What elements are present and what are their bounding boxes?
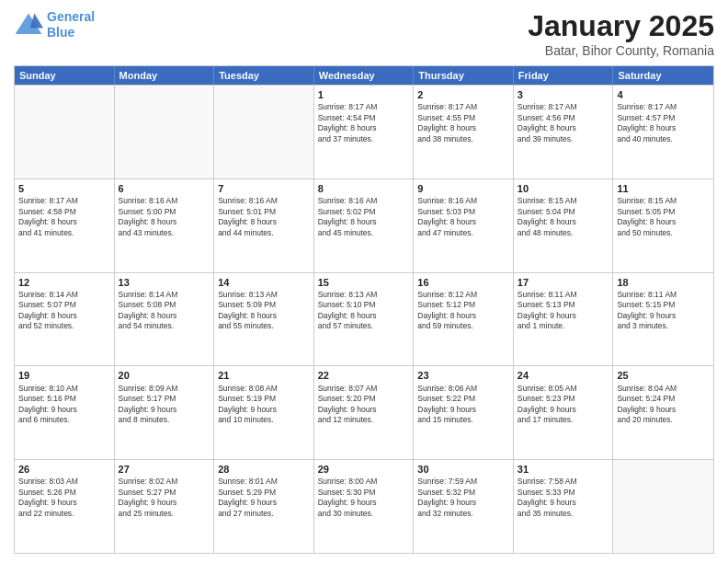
- month-title: January 2025: [528, 9, 714, 43]
- day-number: 12: [18, 276, 110, 289]
- cell-info: Sunrise: 8:16 AM Sunset: 5:00 PM Dayligh…: [119, 196, 210, 238]
- day-number: 2: [417, 88, 509, 101]
- cell-info: Sunrise: 8:02 AM Sunset: 5:27 PM Dayligh…: [119, 477, 210, 519]
- header-saturday: Saturday: [613, 66, 713, 85]
- calendar-row-5: 26Sunrise: 8:03 AM Sunset: 5:26 PM Dayli…: [15, 459, 713, 553]
- calendar-row-4: 19Sunrise: 8:10 AM Sunset: 5:16 PM Dayli…: [15, 365, 713, 459]
- cell-info: Sunrise: 8:07 AM Sunset: 5:20 PM Dayligh…: [318, 384, 410, 426]
- calendar-header: Sunday Monday Tuesday Wednesday Thursday…: [15, 66, 713, 85]
- day-number: 5: [18, 182, 110, 195]
- cell-info: Sunrise: 8:08 AM Sunset: 5:19 PM Dayligh…: [218, 384, 310, 426]
- cell-info: Sunrise: 8:17 AM Sunset: 4:55 PM Dayligh…: [417, 102, 509, 144]
- header-wednesday: Wednesday: [314, 66, 415, 85]
- calendar-cell-r3c1: 20Sunrise: 8:09 AM Sunset: 5:17 PM Dayli…: [115, 366, 215, 459]
- calendar-cell-r1c5: 10Sunrise: 8:15 AM Sunset: 5:04 PM Dayli…: [514, 179, 614, 272]
- calendar-cell-r4c2: 28Sunrise: 8:01 AM Sunset: 5:29 PM Dayli…: [214, 460, 314, 553]
- cell-info: Sunrise: 8:09 AM Sunset: 5:17 PM Dayligh…: [119, 384, 210, 426]
- calendar-cell-r0c6: 4Sunrise: 8:17 AM Sunset: 4:57 PM Daylig…: [613, 86, 713, 178]
- cell-info: Sunrise: 8:00 AM Sunset: 5:30 PM Dayligh…: [318, 477, 410, 519]
- calendar-cell-r4c6: [613, 460, 713, 553]
- day-number: 28: [218, 463, 310, 476]
- day-number: 21: [218, 369, 310, 382]
- cell-info: Sunrise: 8:16 AM Sunset: 5:01 PM Dayligh…: [218, 196, 310, 238]
- calendar-cell-r3c5: 24Sunrise: 8:05 AM Sunset: 5:23 PM Dayli…: [514, 366, 614, 459]
- calendar-cell-r2c4: 16Sunrise: 8:12 AM Sunset: 5:12 PM Dayli…: [414, 273, 514, 366]
- header-monday: Monday: [115, 66, 215, 85]
- calendar-row-2: 5Sunrise: 8:17 AM Sunset: 4:58 PM Daylig…: [15, 178, 713, 272]
- day-number: 8: [318, 182, 410, 195]
- calendar-cell-r0c1: [115, 86, 215, 178]
- calendar-cell-r0c2: [214, 86, 314, 178]
- calendar-cell-r3c6: 25Sunrise: 8:04 AM Sunset: 5:24 PM Dayli…: [613, 366, 713, 459]
- title-block: January 2025 Batar, Bihor County, Romani…: [528, 9, 714, 58]
- cell-info: Sunrise: 7:59 AM Sunset: 5:32 PM Dayligh…: [417, 477, 509, 519]
- calendar-cell-r2c6: 18Sunrise: 8:11 AM Sunset: 5:15 PM Dayli…: [613, 273, 713, 366]
- calendar: Sunday Monday Tuesday Wednesday Thursday…: [14, 65, 714, 554]
- location: Batar, Bihor County, Romania: [528, 43, 714, 58]
- day-number: 22: [318, 369, 410, 382]
- day-number: 20: [119, 369, 210, 382]
- logo-line2: Blue: [47, 25, 74, 40]
- calendar-cell-r1c4: 9Sunrise: 8:16 AM Sunset: 5:03 PM Daylig…: [414, 179, 514, 272]
- cell-info: Sunrise: 8:14 AM Sunset: 5:07 PM Dayligh…: [18, 290, 110, 332]
- day-number: 24: [518, 369, 609, 382]
- calendar-cell-r1c6: 11Sunrise: 8:15 AM Sunset: 5:05 PM Dayli…: [613, 179, 713, 272]
- cell-info: Sunrise: 8:12 AM Sunset: 5:12 PM Dayligh…: [417, 290, 509, 332]
- day-number: 16: [417, 276, 509, 289]
- calendar-cell-r2c0: 12Sunrise: 8:14 AM Sunset: 5:07 PM Dayli…: [15, 273, 115, 366]
- calendar-cell-r0c5: 3Sunrise: 8:17 AM Sunset: 4:56 PM Daylig…: [514, 86, 614, 178]
- calendar-cell-r0c4: 2Sunrise: 8:17 AM Sunset: 4:55 PM Daylig…: [414, 86, 514, 178]
- logo-icon: [14, 12, 43, 38]
- cell-info: Sunrise: 8:13 AM Sunset: 5:10 PM Dayligh…: [318, 290, 410, 332]
- cell-info: Sunrise: 8:17 AM Sunset: 4:58 PM Dayligh…: [18, 196, 110, 238]
- calendar-cell-r3c3: 22Sunrise: 8:07 AM Sunset: 5:20 PM Dayli…: [314, 366, 415, 459]
- cell-info: Sunrise: 8:17 AM Sunset: 4:54 PM Dayligh…: [318, 102, 410, 144]
- calendar-cell-r4c3: 29Sunrise: 8:00 AM Sunset: 5:30 PM Dayli…: [314, 460, 415, 553]
- day-number: 6: [119, 182, 210, 195]
- day-number: 1: [318, 88, 410, 101]
- cell-info: Sunrise: 7:58 AM Sunset: 5:33 PM Dayligh…: [518, 477, 609, 519]
- cell-info: Sunrise: 8:17 AM Sunset: 4:56 PM Dayligh…: [518, 102, 609, 144]
- calendar-cell-r4c0: 26Sunrise: 8:03 AM Sunset: 5:26 PM Dayli…: [15, 460, 115, 553]
- calendar-cell-r2c1: 13Sunrise: 8:14 AM Sunset: 5:08 PM Dayli…: [115, 273, 215, 366]
- day-number: 9: [417, 182, 509, 195]
- calendar-cell-r0c0: [15, 86, 115, 178]
- day-number: 31: [518, 463, 609, 476]
- cell-info: Sunrise: 8:17 AM Sunset: 4:57 PM Dayligh…: [617, 102, 710, 144]
- day-number: 23: [417, 369, 509, 382]
- calendar-row-3: 12Sunrise: 8:14 AM Sunset: 5:07 PM Dayli…: [15, 272, 713, 366]
- day-number: 30: [417, 463, 509, 476]
- cell-info: Sunrise: 8:11 AM Sunset: 5:15 PM Dayligh…: [617, 290, 710, 332]
- day-number: 10: [518, 182, 609, 195]
- header-sunday: Sunday: [15, 66, 115, 85]
- cell-info: Sunrise: 8:04 AM Sunset: 5:24 PM Dayligh…: [617, 384, 710, 426]
- calendar-cell-r2c2: 14Sunrise: 8:13 AM Sunset: 5:09 PM Dayli…: [214, 273, 314, 366]
- day-number: 7: [218, 182, 310, 195]
- day-number: 14: [218, 276, 310, 289]
- day-number: 4: [617, 88, 710, 101]
- day-number: 3: [518, 88, 609, 101]
- day-number: 17: [518, 276, 609, 289]
- header-friday: Friday: [514, 66, 614, 85]
- cell-info: Sunrise: 8:01 AM Sunset: 5:29 PM Dayligh…: [218, 477, 310, 519]
- day-number: 25: [617, 369, 710, 382]
- cell-info: Sunrise: 8:15 AM Sunset: 5:05 PM Dayligh…: [617, 196, 710, 238]
- calendar-body: 1Sunrise: 8:17 AM Sunset: 4:54 PM Daylig…: [15, 85, 713, 553]
- calendar-cell-r4c1: 27Sunrise: 8:02 AM Sunset: 5:27 PM Dayli…: [115, 460, 215, 553]
- header-tuesday: Tuesday: [214, 66, 314, 85]
- header: General Blue January 2025 Batar, Bihor C…: [14, 9, 714, 58]
- page: General Blue January 2025 Batar, Bihor C…: [0, 0, 728, 563]
- cell-info: Sunrise: 8:15 AM Sunset: 5:04 PM Dayligh…: [518, 196, 609, 238]
- calendar-cell-r3c0: 19Sunrise: 8:10 AM Sunset: 5:16 PM Dayli…: [15, 366, 115, 459]
- calendar-cell-r1c3: 8Sunrise: 8:16 AM Sunset: 5:02 PM Daylig…: [314, 179, 415, 272]
- cell-info: Sunrise: 8:13 AM Sunset: 5:09 PM Dayligh…: [218, 290, 310, 332]
- day-number: 29: [318, 463, 410, 476]
- day-number: 13: [119, 276, 210, 289]
- cell-info: Sunrise: 8:05 AM Sunset: 5:23 PM Dayligh…: [518, 384, 609, 426]
- day-number: 26: [18, 463, 110, 476]
- cell-info: Sunrise: 8:06 AM Sunset: 5:22 PM Dayligh…: [417, 384, 509, 426]
- cell-info: Sunrise: 8:16 AM Sunset: 5:03 PM Dayligh…: [417, 196, 509, 238]
- day-number: 15: [318, 276, 410, 289]
- cell-info: Sunrise: 8:14 AM Sunset: 5:08 PM Dayligh…: [119, 290, 210, 332]
- day-number: 11: [617, 182, 710, 195]
